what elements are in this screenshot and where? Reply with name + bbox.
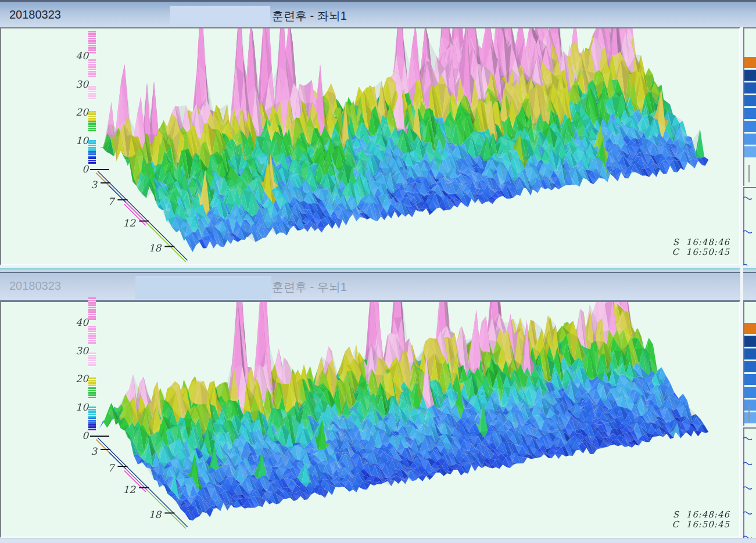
- colorbar-segment: [88, 86, 96, 99]
- colorbar-segment: [88, 151, 96, 157]
- band-amplitude-bar: [744, 336, 756, 347]
- start-time: S 16:48:46: [673, 509, 730, 520]
- band-amplitude-bar: [744, 121, 756, 132]
- bottom-window-edge: [0, 538, 756, 543]
- current-time: C 16:50:45: [672, 247, 730, 257]
- band-amplitude-bar: [744, 361, 756, 372]
- band-trace-mark: [743, 508, 752, 518]
- window-title: 훈련후 - 좌뇌1: [272, 8, 347, 24]
- timestamps: S 16:48:46C 16:50:45: [672, 238, 730, 257]
- band-trace-mark: [743, 458, 752, 469]
- spectrum-3d-chart-right: 403020100371218 S 16:48:46C 16:50:45: [0, 301, 740, 538]
- band-trace-panel-sliver: [743, 427, 756, 539]
- band-amplitude-bar: [744, 412, 756, 423]
- session-date: 20180323: [9, 279, 61, 293]
- band-amplitude-bar: [744, 108, 756, 119]
- spectrum-3d-chart-left: 403020100371218 S 16:48:46C 16:50:45: [0, 27, 740, 265]
- band-trace-mark: [743, 226, 752, 237]
- window-splitter[interactable]: [0, 265, 756, 273]
- band-amplitude-bar: [744, 146, 756, 157]
- bar-axis-line: [748, 405, 750, 422]
- current-time: C 16:50:45: [672, 519, 730, 530]
- band-amplitude-bar: [744, 95, 756, 106]
- band-bar-panel-sliver: [743, 27, 756, 186]
- band-amplitude-bar: [744, 400, 756, 411]
- colorbar-segment: [88, 377, 96, 387]
- colorbar-segment: [88, 387, 96, 398]
- band-amplitude-bar: [744, 348, 756, 359]
- band-amplitude-bar: [744, 70, 756, 81]
- colorbar-segment: [88, 424, 96, 431]
- timestamps: S 16:48:46C 16:50:45: [672, 510, 730, 530]
- colorbar-segment: [88, 140, 96, 151]
- patient-name-redacted: [170, 6, 270, 26]
- band-trace-mark: [743, 433, 752, 444]
- patient-name-redacted: [135, 276, 271, 299]
- surface-canvas: [1, 302, 739, 537]
- colorbar-segment: [88, 31, 96, 53]
- band-amplitude-bar: [744, 134, 756, 145]
- titlebar-right-brain[interactable]: 20180323 훈련후 - 우뇌1: [0, 273, 756, 301]
- band-trace-mark: [743, 193, 752, 203]
- band-amplitude-bar: [744, 374, 756, 385]
- colorbar-segment: [88, 407, 96, 418]
- colorbar-segment: [88, 111, 96, 120]
- band-bar-panel-sliver: [743, 301, 756, 426]
- titlebar-left-brain[interactable]: 20180323 훈련후 - 좌뇌1: [0, 2, 756, 28]
- colorbar-segment: [88, 418, 96, 424]
- eeg-analysis-screen: 20180323 훈련후 - 좌뇌1 403020100371218 S 16:…: [0, 0, 756, 543]
- colorbar-segment: [88, 297, 96, 320]
- band-amplitude-bar: [744, 387, 756, 398]
- bar-axis-line: [748, 165, 750, 182]
- band-trace-mark: [743, 483, 752, 493]
- colorbar-segment: [88, 59, 96, 77]
- surface-canvas: [1, 28, 739, 264]
- band-amplitude-bar: [744, 82, 756, 94]
- band-trace-panel-sliver: [743, 187, 756, 267]
- start-time: S 16:48:46: [673, 237, 730, 247]
- colorbar-segment: [88, 121, 96, 131]
- colorbar-segment: [88, 157, 96, 165]
- panel-gap: [740, 27, 743, 538]
- window-title: 훈련후 - 우뇌1: [272, 279, 347, 295]
- band-amplitude-bar: [744, 57, 756, 68]
- session-date: 20180323: [9, 8, 61, 21]
- colorbar-segment: [88, 326, 96, 344]
- colorbar-segment: [88, 353, 96, 366]
- band-amplitude-bar: [744, 323, 756, 334]
